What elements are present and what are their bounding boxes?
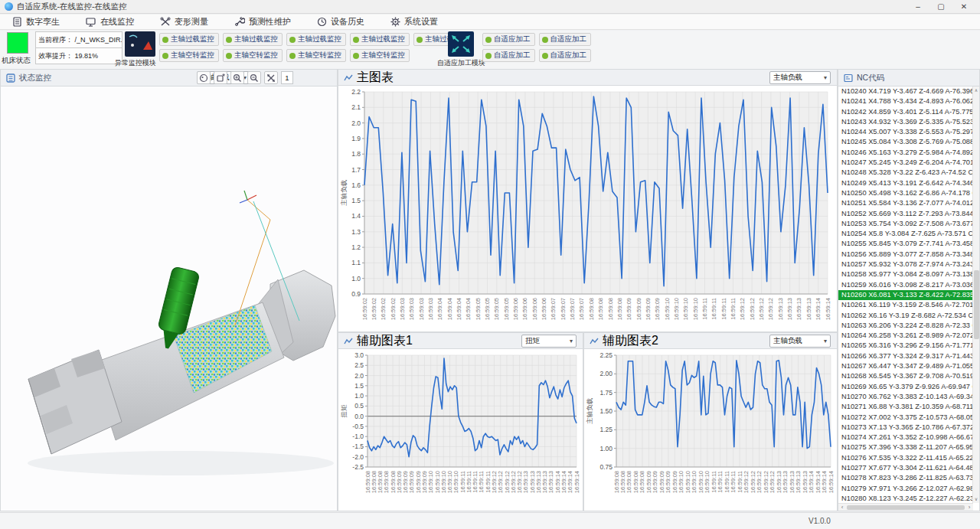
nc-code-line[interactable]: N10266 X6.377 Y-3.324 Z-9.317 A-71.443 [838,351,973,361]
menu-digital-twin[interactable]: 数字孪生 [12,16,60,28]
scroll-left-icon[interactable]: ‹ [838,504,846,511]
wrench-icon [234,17,245,27]
spindle-overload-monitor-button[interactable]: 主轴过载监控 [223,33,283,46]
close-button[interactable]: ✕ [952,0,975,14]
svg-text:16:59:11: 16:59:11 [730,298,737,320]
nc-code-line[interactable]: N10255 X5.845 Y-3.079 Z-7.741 A-73.458 [838,239,973,249]
render-mode-button[interactable] [197,71,211,84]
spindle-overload-monitor-button[interactable]: 主轴过载监控 [350,33,410,46]
scroll-up-icon[interactable]: ∧ [973,87,979,94]
nc-code-line[interactable]: N10267 X6.447 Y-3.347 Z-9.489 A-71.055 [838,361,973,371]
fit-view-icon[interactable] [264,71,278,84]
nc-code-line[interactable]: N10269 X6.65 Y-3.379 Z-9.926 A-69.947 C [838,382,973,392]
menu-bar: 数字孪生 在线监控 变形测量 预测性维护 设备历史 系统设置 [0,15,980,30]
nc-code-line[interactable]: N10268 X6.545 Y-3.367 Z-9.708 A-70.519 [838,371,973,381]
nc-code-line[interactable]: N10252 X5.669 Y-3.112 Z-7.293 A-73.844 [838,209,973,219]
maximize-button[interactable]: ▢ [929,0,952,14]
nc-code-line[interactable]: N10259 X6.016 Y-3.098 Z-8.217 A-73.036 [838,280,973,290]
nc-code-line[interactable]: N10264 X6.258 Y-3.261 Z-8.989 A-72.072 [838,331,973,341]
nc-code-line[interactable]: N10257 X5.932 Y-3.078 Z-7.974 A-73.243 [838,260,973,269]
svg-text:16:59:05: 16:59:05 [484,298,491,320]
minimize-button[interactable]: – [906,0,929,14]
efficiency-gain: 效率提升： 19.81% [35,47,122,64]
nc-code-line[interactable]: N10263 X6.206 Y-3.224 Z-8.828 A-72.33 C [838,321,973,331]
scrollbar-thumb[interactable] [974,270,979,339]
nc-code-line[interactable]: N10258 X5.977 Y-3.084 Z-8.097 A-73.138 [838,269,973,279]
zoom-out-icon[interactable] [247,71,261,84]
nc-code-line[interactable]: N10273 X7.13 Y-3.365 Z-10.786 A-67.372 [838,423,973,433]
nc-code-line[interactable]: N10270 X6.762 Y-3.383 Z-10.143 A-69.34 [838,392,973,402]
nc-code-line[interactable]: N10265 X6.316 Y-3.296 Z-9.156 A-71.771 [838,341,973,351]
svg-text:16:59:11: 16:59:11 [701,298,708,320]
svg-text:16:59:03: 16:59:03 [399,298,406,320]
reset-view-button[interactable] [214,71,227,84]
spindle-idle-monitor-button[interactable]: 主轴空转监控 [286,49,346,62]
nc-code-line[interactable]: N10247 X5.245 Y-3.249 Z-6.204 A-74.701 [838,158,973,168]
nc-code-line[interactable]: N10277 X7.677 Y-3.304 Z-11.621 A-64.48 [838,463,973,473]
nc-code-line[interactable]: N10254 X5.8 Y-3.084 Z-7.625 A-73.571 C [838,229,973,239]
nc-code-line[interactable]: N10251 X5.584 Y-3.136 Z-7.077 A-74.012 [838,198,973,208]
nc-code-list[interactable]: N10240 X4.719 Y-3.467 Z-4.669 A-76.396N1… [838,87,973,503]
monitor-buttons: 主轴过载监控主轴过载监控主轴过载监控主轴过载监控主轴过载监控 主轴空转监控主轴空… [159,33,473,65]
nc-code-line[interactable]: N10241 X4.788 Y-3.434 Z-4.893 A-76.062 [838,96,973,106]
gear-icon [390,17,400,27]
aux2-signal-dropdown[interactable]: 主轴负载▾ [769,335,831,348]
menu-predictive-maintenance[interactable]: 预测性维护 [234,16,291,28]
adaptive-machining-button[interactable]: 自适应加工 [539,49,592,62]
scale-input[interactable]: 1 [281,71,293,84]
nc-code-line[interactable]: N10250 X5.498 Y-3.162 Z-6.86 A-74.178 C [838,188,973,198]
anomaly-monitor-icon[interactable] [125,31,155,57]
scrollbar-thumb[interactable] [847,505,965,510]
nc-code-line[interactable]: N10248 X5.328 Y-3.22 Z-6.423 A-74.52 C [838,168,973,178]
nc-code-line[interactable]: N10278 X7.823 Y-3.286 Z-11.825 A-63.73 [838,473,973,483]
model-3d-viewport[interactable] [1,87,337,511]
nc-code-line[interactable]: N10260 X6.081 Y-3.133 Z-8.422 A-72.835 [838,290,973,300]
nc-code-line[interactable]: N10253 X5.754 Y-3.092 Z-7.508 A-73.677 [838,219,973,229]
nc-code-line[interactable]: N10243 X4.932 Y-3.369 Z-5.335 A-75.523 [838,117,973,127]
nc-code-line[interactable]: N10275 X7.396 Y-3.338 Z-11.207 A-65.95 [838,442,973,452]
nc-code-line[interactable]: N10262 X6.16 Y-3.19 Z-8.682 A-72.534 C [838,311,973,321]
nc-code-line[interactable]: N10272 X7.002 Y-3.375 Z-10.573 A-68.05 [838,413,973,423]
nc-code-line[interactable]: N10274 X7.261 Y-3.352 Z-10.998 A-66.67 [838,433,973,442]
aux-chart-2[interactable]: 16:59:0816:59:0816:59:0816:59:0816:59:08… [583,349,838,511]
aux1-signal-dropdown[interactable]: 扭矩▾ [521,335,577,348]
adaptive-machining-button[interactable]: 自适应加工 [482,49,535,62]
nc-code-line[interactable]: N10244 X5.007 Y-3.338 Z-5.553 A-75.297 [838,127,973,137]
svg-text:0.0: 0.0 [354,413,364,420]
aux-chart-1[interactable]: 16:59:0816:59:0816:59:0816:59:0816:59:08… [338,349,583,511]
nc-code-line[interactable]: N10271 X6.88 Y-3.381 Z-10.359 A-68.711 [838,402,973,412]
nc-code-line[interactable]: N10256 X5.889 Y-3.077 Z-7.858 A-73.348 [838,250,973,260]
menu-device-history[interactable]: 设备历史 [317,16,364,28]
svg-text:2.5: 2.5 [354,361,364,369]
status-dot-icon [226,37,232,43]
spindle-idle-monitor-button[interactable]: 主轴空转监控 [159,49,219,62]
adaptive-machining-button[interactable]: 自适应加工 [482,33,535,46]
nc-code-line[interactable]: N10261 X6.119 Y-3.159 Z-8.546 A-72.701 [838,300,973,310]
main-chart-signal-dropdown[interactable]: 主轴负载▾ [769,71,831,84]
adaptive-machining-button[interactable]: 自适应加工 [539,33,592,46]
nc-horizontal-scrollbar[interactable]: ‹ › [838,503,973,511]
nc-vertical-scrollbar[interactable]: ∧ ∨ [972,87,979,503]
nc-code-line[interactable]: N10280 X8.123 Y-3.245 Z-12.227 A-62.23 [838,494,973,503]
scroll-right-icon[interactable]: › [965,504,973,511]
nc-code-line[interactable]: N10246 X5.163 Y-3.279 Z-5.984 A-74.892 [838,148,973,158]
nc-code-line[interactable]: N10276 X7.535 Y-3.322 Z-11.415 A-65.22 [838,453,973,463]
nc-code-line[interactable]: N10279 X7.971 Y-3.266 Z-12.027 A-62.98 [838,484,973,494]
nc-code-line[interactable]: N10245 X5.084 Y-3.308 Z-5.769 A-75.088 [838,137,973,147]
spindle-overload-monitor-button[interactable]: 主轴过载监控 [159,33,219,46]
nc-code-line[interactable]: N10240 X4.719 Y-3.467 Z-4.669 A-76.396 [838,87,973,96]
menu-online-monitor[interactable]: 在线监控 [86,16,134,28]
nc-code-line[interactable]: N10249 X5.413 Y-3.191 Z-6.642 A-74.346 [838,178,973,188]
spindle-idle-monitor-button[interactable]: 主轴空转监控 [350,49,410,62]
adaptive-module-icon[interactable] [448,31,474,57]
zoom-in-icon[interactable] [230,71,244,84]
nc-code-line[interactable]: N10242 X4.859 Y-3.401 Z-5.114 A-75.775 [838,107,973,117]
spindle-overload-monitor-button[interactable]: 主轴过载监控 [286,33,346,46]
spindle-idle-monitor-button[interactable]: 主轴空转监控 [223,49,283,62]
svg-text:16:59:08: 16:59:08 [588,298,595,320]
scroll-down-icon[interactable]: ∨ [973,495,979,503]
menu-system-settings[interactable]: 系统设置 [390,16,438,28]
svg-text:16:59:07: 16:59:07 [550,298,557,320]
main-chart[interactable]: 16:59:0216:59:0216:59:0216:59:0216:59:03… [338,86,838,332]
menu-deform-measure[interactable]: 变形测量 [160,16,208,28]
